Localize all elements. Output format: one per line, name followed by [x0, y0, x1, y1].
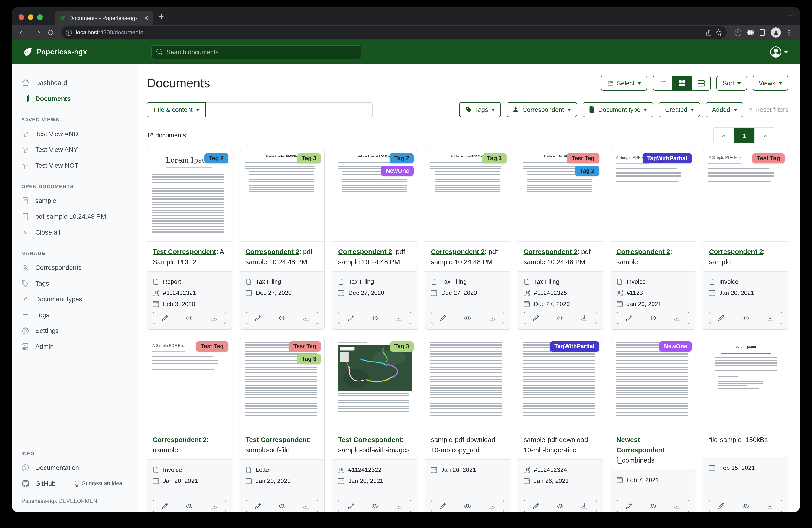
view-document-button[interactable]	[362, 312, 387, 324]
document-asn-value[interactable]: #1123	[626, 289, 643, 296]
view-document-button[interactable]	[455, 312, 479, 324]
document-date-value[interactable]: Dec 27, 2020	[256, 289, 292, 296]
sort-dropdown-button[interactable]: Sort	[716, 76, 747, 90]
view-document-button[interactable]	[548, 500, 572, 512]
edit-document-button[interactable]	[153, 500, 177, 512]
document-type-value[interactable]: Tax Filing	[534, 278, 560, 285]
search-input[interactable]	[166, 48, 356, 56]
sidebar-item-document-types[interactable]: # Document types	[12, 291, 137, 307]
reload-button[interactable]	[45, 27, 57, 39]
document-thumbnail[interactable]: Adobe Acrobat PDF Files Tag 2NewOne	[333, 150, 417, 242]
download-document-button[interactable]	[758, 500, 782, 512]
download-document-button[interactable]	[479, 500, 504, 512]
view-document-button[interactable]	[177, 312, 201, 324]
document-asn-value[interactable]: #112412324	[534, 466, 567, 473]
document-thumbnail[interactable]: TagWithPartial	[518, 338, 603, 430]
sidebar-item-github[interactable]: GitHub Suggest an idea	[12, 475, 137, 491]
tag-pill[interactable]: Test Tag	[196, 341, 228, 352]
zoom-window-button[interactable]	[37, 14, 43, 20]
minimize-window-button[interactable]	[28, 14, 33, 20]
document-date-value[interactable]: Feb 3, 2020	[163, 300, 195, 308]
correspondent-link[interactable]: Newest Correspondent	[616, 436, 665, 454]
document-type-filter-button[interactable]: Document type	[582, 102, 653, 117]
document-date-value[interactable]: Jan 20, 2021	[626, 300, 661, 308]
edit-document-button[interactable]	[153, 312, 177, 324]
filter-title-content-input[interactable]	[206, 102, 373, 117]
document-card[interactable]: A Simple PDF File Test Tag Correspondent…	[147, 338, 232, 512]
document-type-value[interactable]: Tax Filing	[348, 278, 374, 285]
tag-pill[interactable]: Tag 3	[482, 153, 506, 163]
close-window-button[interactable]	[18, 14, 24, 20]
correspondent-link[interactable]: Correspondent 2	[245, 248, 299, 255]
correspondent-link[interactable]: Correspondent 2	[616, 248, 670, 255]
sidebar-item-tags[interactable]: Tags	[12, 275, 137, 291]
document-thumbnail[interactable]: A Simple PDF File Test Tag	[704, 150, 788, 242]
sidebar-item-logs[interactable]: Logs	[12, 307, 137, 323]
correspondent-link[interactable]: Correspondent 2	[524, 248, 578, 255]
document-card[interactable]: Tag 3 Test Correspondent: sample-pdf-wit…	[332, 338, 417, 512]
sidebar-item-test-view-any[interactable]: Test View ANY	[12, 142, 137, 157]
side-panel-icon[interactable]	[759, 29, 766, 36]
document-thumbnail[interactable]: Tag 3	[333, 338, 417, 430]
correspondent-link[interactable]: Correspondent 2	[338, 248, 392, 255]
browser-menu-kebab-icon[interactable]	[785, 29, 793, 36]
share-icon[interactable]	[706, 29, 712, 35]
edit-document-button[interactable]	[710, 312, 733, 324]
edit-document-button[interactable]	[524, 312, 548, 324]
document-date-value[interactable]: Jan 20, 2021	[163, 477, 198, 484]
document-date-value[interactable]: Dec 27, 2020	[348, 289, 385, 296]
document-date-value[interactable]: Jan 26, 2021	[534, 477, 569, 484]
download-document-button[interactable]	[201, 500, 226, 512]
tag-pill[interactable]: Tag 3	[297, 354, 321, 364]
app-brand[interactable]: Paperless-ngx	[12, 47, 137, 57]
document-asn-value[interactable]: #112412322	[348, 466, 382, 473]
filter-field-dropdown-button[interactable]: Title & content	[147, 102, 206, 117]
document-card[interactable]: sample-pdf-download-10-mb copy_red Jan 2…	[425, 338, 510, 512]
view-document-button[interactable]	[270, 500, 294, 512]
tag-pill[interactable]: Tag 2	[204, 153, 228, 163]
created-filter-button[interactable]: Created	[659, 102, 700, 117]
forward-button[interactable]	[31, 27, 43, 39]
edit-document-button[interactable]	[710, 500, 733, 512]
current-page-button[interactable]: 1	[734, 128, 754, 143]
added-filter-button[interactable]: Added	[706, 102, 743, 117]
document-card[interactable]: A Simple PDF File TagWithPartial Corresp…	[610, 149, 695, 330]
document-type-value[interactable]: Tax Filing	[256, 278, 281, 285]
download-document-button[interactable]	[201, 312, 226, 324]
download-document-button[interactable]	[294, 500, 318, 512]
document-type-value[interactable]: Invoice	[163, 466, 182, 473]
edit-document-button[interactable]	[617, 500, 640, 512]
edit-document-button[interactable]	[431, 500, 455, 512]
document-card[interactable]: Test TagTag 3 Test Correspondent: sample…	[239, 338, 324, 512]
document-type-value[interactable]: Letter	[256, 466, 271, 473]
document-thumbnail[interactable]: A Simple PDF File Test Tag	[147, 338, 231, 430]
document-card[interactable]: Adobe Acrobat PDF Files Tag 2NewOne Corr…	[332, 149, 417, 330]
document-date-value[interactable]: Feb 15, 2021	[720, 464, 755, 471]
download-document-button[interactable]	[572, 500, 596, 512]
correspondent-link[interactable]: Test Correspondent	[153, 248, 216, 255]
document-date-value[interactable]: Jan 26, 2021	[441, 466, 476, 473]
previous-page-button[interactable]: «	[714, 128, 734, 143]
document-card[interactable]: A Simple PDF File Test Tag Correspondent…	[703, 149, 788, 330]
view-document-button[interactable]	[362, 500, 387, 512]
document-type-value[interactable]: Tax Filing	[441, 278, 467, 285]
tab-close-icon[interactable]: ✕	[144, 15, 148, 21]
sidebar-item-documentation[interactable]: Documentation	[12, 460, 137, 475]
document-thumbnail[interactable]	[425, 338, 509, 430]
tag-pill[interactable]: NewOne	[659, 341, 692, 352]
tags-filter-button[interactable]: Tags	[459, 102, 501, 117]
view-document-button[interactable]	[733, 312, 757, 324]
user-menu[interactable]	[770, 46, 788, 58]
document-card[interactable]: Adobe Acrobat PDF Files Test TagTag 2 Co…	[518, 149, 603, 330]
suggest-an-idea-link[interactable]: Suggest an idea	[74, 480, 122, 487]
document-card[interactable]: Lorem ipsum file-sample_150kBs Feb 15, 2…	[703, 338, 788, 512]
view-document-button[interactable]	[548, 312, 572, 324]
correspondent-link[interactable]: Correspondent 2	[431, 248, 485, 255]
browser-profile-avatar[interactable]	[771, 27, 781, 38]
download-document-button[interactable]	[387, 312, 411, 324]
edit-document-button[interactable]	[339, 312, 362, 324]
reset-filters-link[interactable]: × Reset filters	[749, 106, 788, 113]
list-view-button[interactable]	[653, 76, 672, 90]
tag-pill[interactable]: Tag 3	[390, 341, 414, 352]
correspondent-link[interactable]: Correspondent 2	[153, 436, 207, 443]
